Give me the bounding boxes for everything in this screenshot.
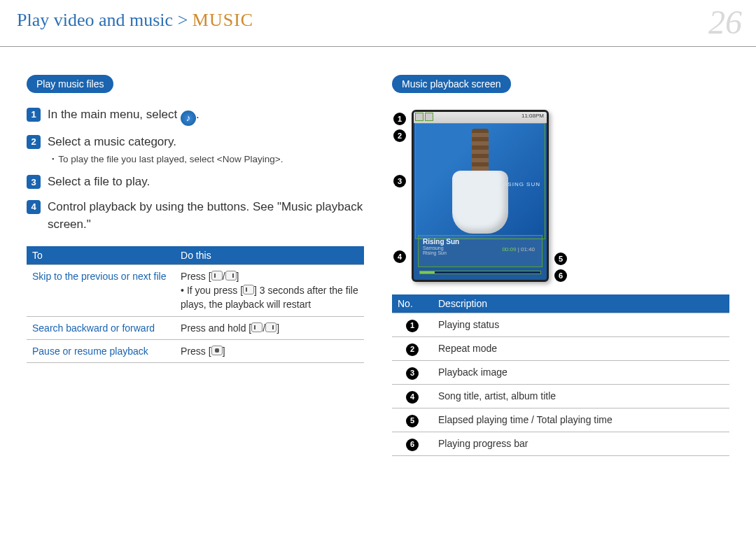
track-info: Rising Sun Samsung Rising Sun 00:09 | 01… bbox=[418, 235, 542, 267]
td-do-search: Press and hold [/] bbox=[175, 316, 364, 339]
r1-pre: Press and hold [ bbox=[181, 322, 251, 334]
r0-pre: Press [ bbox=[181, 271, 211, 282]
callouts-left: 1 2 3 4 bbox=[392, 110, 407, 282]
step-num-1: 1 bbox=[27, 108, 41, 122]
table-row: 6 Playing progress bar bbox=[392, 432, 729, 455]
rew-button-icon bbox=[251, 322, 262, 332]
step-1-text: In the main menu, select ♪. bbox=[48, 106, 364, 126]
progress-bar bbox=[419, 271, 541, 274]
action-table: To Do this Skip to the previous or next … bbox=[27, 246, 364, 363]
section-pill-playback-screen: Music playback screen bbox=[392, 75, 511, 93]
callout-1: 1 bbox=[393, 113, 406, 125]
title-main: Play video and music > bbox=[17, 10, 192, 30]
step-2-text: Select a music category. bbox=[48, 133, 364, 151]
page-number: 26 bbox=[708, 3, 742, 41]
step-num-4: 4 bbox=[27, 200, 41, 214]
row-num-5: 5 bbox=[406, 415, 419, 427]
step-num-3: 3 bbox=[27, 175, 41, 189]
ff-button-icon bbox=[265, 322, 276, 332]
row-num-6: 6 bbox=[406, 439, 419, 451]
r1-post: ] bbox=[276, 322, 279, 334]
td-to-search: Search backward or forward bbox=[27, 316, 175, 339]
td-do-skip: Press [/] • If you press [] 3 seconds af… bbox=[175, 264, 364, 316]
step-4: 4 Control playback by using the buttons.… bbox=[27, 198, 364, 234]
row-desc-3: Playback image bbox=[433, 360, 729, 384]
callout-6: 6 bbox=[554, 269, 567, 282]
screen-diagram: 1 2 3 4 11:08PM bbox=[392, 110, 729, 282]
th-to: To bbox=[27, 246, 175, 265]
prev-button-icon bbox=[211, 271, 223, 280]
total-time: 01:40 bbox=[521, 246, 535, 253]
center-button-icon bbox=[211, 346, 223, 355]
table-row: 2 Repeat mode bbox=[392, 336, 729, 360]
elapsed-time: 00:09 bbox=[502, 246, 516, 253]
table-row: Skip to the previous or next file Press … bbox=[27, 264, 364, 316]
th-do: Do this bbox=[175, 246, 364, 265]
row-desc-5: Elapsed playing time / Total playing tim… bbox=[433, 408, 729, 432]
description-table: No. Description 1 Playing status 2 Repea… bbox=[392, 294, 729, 456]
table-row: 3 Playback image bbox=[392, 360, 729, 384]
td-to-skip: Skip to the previous or next file bbox=[27, 264, 175, 316]
td-do-pause: Press [] bbox=[175, 339, 364, 362]
step-1-post: . bbox=[196, 108, 200, 121]
r2-pre: Press [ bbox=[181, 346, 211, 357]
progress-fill bbox=[420, 271, 435, 273]
step-2: 2 Select a music category. bbox=[27, 133, 364, 151]
step-2-note: To play the file you last played, select… bbox=[52, 154, 364, 164]
device-screen-mock: 11:08PM RISING SUN Rising Sun Samsung Ri… bbox=[412, 110, 549, 282]
steps-list-cont: 3 Select a file to play. 4 Control playb… bbox=[27, 173, 364, 234]
page-header: 26 Play video and music > MUSIC bbox=[0, 0, 756, 47]
album-art-label: RISING SUN bbox=[500, 181, 540, 187]
row-num-1: 1 bbox=[406, 320, 419, 332]
row-num-4: 4 bbox=[406, 391, 419, 404]
status-bar: 11:08PM bbox=[414, 112, 547, 123]
time-display: 00:09 | 01:40 bbox=[502, 246, 535, 253]
repeat-mode-icon bbox=[425, 113, 433, 121]
table-row: 1 Playing status bbox=[392, 313, 729, 337]
table-row: 5 Elapsed playing time / Total playing t… bbox=[392, 408, 729, 432]
row-desc-4: Song title, artist, album title bbox=[433, 384, 729, 408]
callout-5: 5 bbox=[554, 253, 567, 265]
r0-post: ] bbox=[237, 271, 239, 282]
row-desc-6: Playing progress bar bbox=[433, 432, 729, 455]
steps-list: 1 In the main menu, select ♪. 2 Select a… bbox=[27, 106, 364, 150]
table-row: 4 Song title, artist, album title bbox=[392, 384, 729, 408]
step-1-pre: In the main menu, select bbox=[48, 108, 181, 121]
song-title: Rising Sun bbox=[423, 238, 538, 246]
row-num-3: 3 bbox=[406, 367, 419, 380]
step-3-text: Select a file to play. bbox=[48, 173, 364, 191]
left-column: Play music files 1 In the main menu, sel… bbox=[27, 75, 364, 456]
section-pill-play-music: Play music files bbox=[27, 75, 113, 93]
callout-4: 4 bbox=[393, 250, 406, 263]
step-4-text: Control playback by using the buttons. S… bbox=[48, 198, 364, 234]
music-icon: ♪ bbox=[181, 111, 196, 126]
r0-mid: / bbox=[223, 271, 225, 282]
step-1: 1 In the main menu, select ♪. bbox=[27, 106, 364, 126]
page-title: Play video and music > MUSIC bbox=[17, 10, 253, 30]
prev-button-icon-2 bbox=[243, 285, 254, 294]
step-3: 3 Select a file to play. bbox=[27, 173, 364, 191]
th-no: No. bbox=[392, 294, 433, 313]
callout-3: 3 bbox=[393, 175, 406, 187]
playback-image: RISING SUN bbox=[415, 123, 545, 239]
td-to-pause: Pause or resume playback bbox=[27, 339, 175, 362]
table-row: Search backward or forward Press and hol… bbox=[27, 316, 364, 339]
play-status-icon bbox=[415, 113, 424, 121]
r0-note-pre: If you press [ bbox=[187, 285, 243, 296]
row-desc-1: Playing status bbox=[433, 313, 729, 337]
clock-label: 11:08PM bbox=[522, 113, 544, 119]
step-num-2: 2 bbox=[27, 135, 41, 149]
row-num-2: 2 bbox=[406, 343, 419, 356]
th-desc: Description bbox=[433, 294, 729, 313]
r2-post: ] bbox=[223, 346, 225, 357]
next-button-icon bbox=[225, 271, 237, 280]
table-row: Pause or resume playback Press [] bbox=[27, 339, 364, 362]
content-area: Play music files 1 In the main menu, sel… bbox=[0, 47, 756, 456]
callout-2: 2 bbox=[393, 129, 406, 142]
row-desc-2: Repeat mode bbox=[433, 336, 729, 360]
right-column: Music playback screen 1 2 3 4 11:08PM bbox=[392, 75, 729, 456]
callouts-right: 5 6 bbox=[553, 110, 568, 282]
title-sub: MUSIC bbox=[192, 10, 253, 30]
